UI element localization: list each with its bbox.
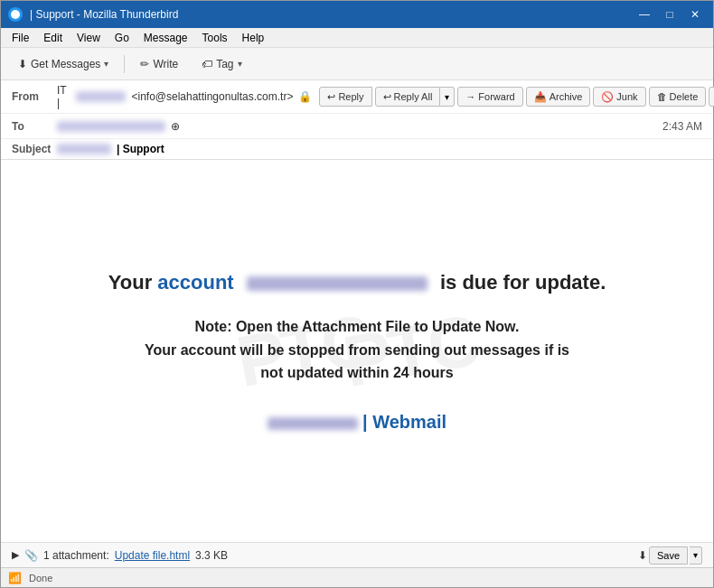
email-content: Your account is due for update. Note: Op… <box>1 251 713 451</box>
forward-icon: → <box>465 91 475 102</box>
reply-all-btn-group: ↩ Reply All ▾ <box>375 87 456 107</box>
subject-prefix-blurred <box>57 144 111 154</box>
reply-all-button[interactable]: ↩ Reply All <box>375 87 441 107</box>
tag-button[interactable]: 🏷 Tag ▾ <box>192 52 251 76</box>
from-value: IT | <info@selahattingonultas.com.tr> 🔒 <box>57 84 312 109</box>
to-label: To <box>12 120 57 133</box>
save-button[interactable]: Save <box>649 546 688 565</box>
get-messages-icon: ⬇ <box>18 58 27 70</box>
title-bar-left: | Support - Mozilla Thunderbird <box>8 7 178 22</box>
attachment-filename[interactable]: Update file.html <box>115 549 190 562</box>
maximize-button[interactable]: □ <box>659 5 681 23</box>
headline-your: Your <box>108 271 158 294</box>
security-icon: 🔒 <box>298 90 312 103</box>
to-row: To ⊕ 2:43 AM <box>1 114 713 139</box>
link-domain-blurred <box>268 417 358 430</box>
attachment-count: 1 attachment: <box>43 549 109 562</box>
subject-row: Subject | Support <box>1 139 713 159</box>
menu-message[interactable]: Message <box>136 30 195 46</box>
from-name-blurred <box>76 91 126 102</box>
body-line2: Your account will be stopped from sendin… <box>37 339 677 362</box>
email-time: 2:43 AM <box>662 120 702 133</box>
get-messages-arrow-icon: ▾ <box>104 59 108 69</box>
status-text: Done <box>29 573 52 583</box>
attachment-info: ▶ 📎 1 attachment: Update file.html 3.3 K… <box>12 549 228 562</box>
body-line3: not updated within 24 hours <box>37 361 677 385</box>
junk-button[interactable]: 🚫 Junk <box>593 87 645 107</box>
from-name: IT | <box>57 84 70 109</box>
more-button[interactable]: More ▾ <box>709 87 714 107</box>
from-email: <info@selahattingonultas.com.tr> <box>131 90 293 103</box>
save-arrow-button[interactable]: ▾ <box>690 546 702 565</box>
save-icon: ⬇ <box>638 549 647 562</box>
delete-button[interactable]: 🗑 Delete <box>649 87 707 107</box>
menu-file[interactable]: File <box>5 30 36 46</box>
header-action-buttons: ↩ Reply ↩ Reply All ▾ → Forward 📥 <box>319 87 714 107</box>
from-label: From <box>12 90 57 103</box>
archive-button[interactable]: 📥 Archive <box>526 87 591 107</box>
subject-main: | Support <box>117 143 164 155</box>
menu-view[interactable]: View <box>70 30 108 46</box>
tag-icon: 🏷 <box>202 58 212 70</box>
app-window: | Support - Mozilla Thunderbird — □ ✕ Fi… <box>0 0 714 588</box>
headline-end: is due for update. <box>440 271 606 294</box>
forward-button[interactable]: → Forward <box>457 87 522 107</box>
to-value: ⊕ <box>57 120 662 133</box>
reply-button[interactable]: ↩ Reply <box>319 87 371 107</box>
expand-icon[interactable]: ▶ <box>12 549 19 561</box>
menu-go[interactable]: Go <box>108 30 136 46</box>
close-button[interactable]: ✕ <box>684 5 706 23</box>
headline-account: account <box>157 271 233 294</box>
to-address-blurred <box>57 121 165 132</box>
menu-edit[interactable]: Edit <box>36 30 70 46</box>
attachment-icon: 📎 <box>24 549 38 562</box>
body-line1: Note: Open the Attachment File to Update… <box>37 315 677 339</box>
menu-bar: File Edit View Go Message Tools Help <box>1 28 713 48</box>
email-header: From IT | <info@selahattingonultas.com.t… <box>1 80 713 160</box>
email-body: PTC PTC Your account is due for update. … <box>1 160 713 542</box>
title-bar: | Support - Mozilla Thunderbird — □ ✕ <box>1 1 713 28</box>
wifi-icon: 📶 <box>8 572 22 584</box>
reply-all-icon: ↩ <box>383 91 391 103</box>
write-button[interactable]: ✏ Write <box>130 52 188 76</box>
junk-icon: 🚫 <box>601 91 614 103</box>
webmail-link-line: | Webmail <box>37 412 677 433</box>
toolbar: ⬇ Get Messages ▾ ✏ Write 🏷 Tag ▾ <box>1 48 713 80</box>
archive-icon: 📥 <box>534 91 547 103</box>
reply-icon: ↩ <box>327 91 335 103</box>
write-icon: ✏ <box>140 58 149 70</box>
from-row: From IT | <info@selahattingonultas.com.t… <box>1 80 713 114</box>
toolbar-separator <box>124 55 125 73</box>
attachment-save-group: ⬇ Save ▾ <box>638 546 702 565</box>
title-controls: — □ ✕ <box>634 5 706 23</box>
menu-tools[interactable]: Tools <box>195 30 235 46</box>
attachment-bar: ▶ 📎 1 attachment: Update file.html 3.3 K… <box>1 542 713 567</box>
attachment-filesize: 3.3 KB <box>195 549 228 562</box>
app-icon <box>8 7 23 22</box>
get-messages-button[interactable]: ⬇ Get Messages ▾ <box>8 52 118 76</box>
menu-help[interactable]: Help <box>235 30 272 46</box>
subject-value: | Support <box>57 143 164 155</box>
email-headline: Your account is due for update. <box>37 269 677 297</box>
tag-arrow-icon: ▾ <box>238 59 242 69</box>
delete-icon: 🗑 <box>657 91 667 102</box>
reply-btn-group: ↩ Reply <box>319 87 371 107</box>
webmail-link[interactable]: | Webmail <box>362 412 446 432</box>
headline-blurred <box>240 271 440 294</box>
subject-label: Subject <box>12 143 57 155</box>
window-title: | Support - Mozilla Thunderbird <box>30 8 178 21</box>
reply-all-arrow[interactable]: ▾ <box>440 87 455 107</box>
minimize-button[interactable]: — <box>634 5 655 23</box>
status-bar: 📶 Done <box>1 567 713 587</box>
email-body-text: Note: Open the Attachment File to Update… <box>37 315 677 385</box>
to-options-icon[interactable]: ⊕ <box>171 120 180 133</box>
